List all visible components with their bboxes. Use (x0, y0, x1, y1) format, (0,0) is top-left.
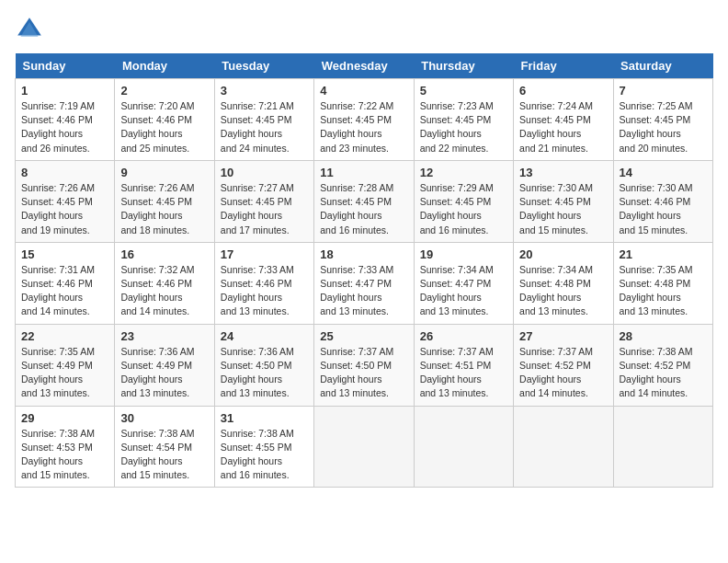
day-info: Sunrise: 7:38 AM Sunset: 4:52 PM Dayligh… (620, 345, 707, 401)
day-info: Sunrise: 7:30 AM Sunset: 4:46 PM Dayligh… (620, 181, 707, 237)
calendar-cell: 30 Sunrise: 7:38 AM Sunset: 4:54 PM Dayl… (115, 406, 214, 488)
day-number: 10 (221, 166, 308, 179)
day-info: Sunrise: 7:20 AM Sunset: 4:46 PM Dayligh… (120, 99, 208, 155)
day-number: 18 (320, 247, 407, 261)
day-number: 19 (420, 247, 507, 261)
day-number: 12 (420, 166, 507, 179)
day-info: Sunrise: 7:27 AM Sunset: 4:45 PM Dayligh… (221, 181, 308, 237)
calendar-cell (314, 406, 414, 488)
day-info: Sunrise: 7:28 AM Sunset: 4:45 PM Dayligh… (320, 181, 407, 237)
calendar-cell: 12 Sunrise: 7:29 AM Sunset: 4:45 PM Dayl… (414, 160, 513, 242)
day-number: 21 (620, 247, 707, 261)
calendar-cell: 20 Sunrise: 7:34 AM Sunset: 4:48 PM Dayl… (514, 242, 613, 324)
day-info: Sunrise: 7:22 AM Sunset: 4:45 PM Dayligh… (320, 99, 407, 155)
day-number: 22 (21, 329, 108, 343)
calendar-cell: 29 Sunrise: 7:38 AM Sunset: 4:53 PM Dayl… (16, 406, 115, 488)
calendar-table: SundayMondayTuesdayWednesdayThursdayFrid… (15, 53, 713, 488)
week-row-3: 15 Sunrise: 7:31 AM Sunset: 4:46 PM Dayl… (16, 242, 713, 324)
day-number: 11 (320, 166, 407, 179)
logo (15, 15, 48, 44)
header-thursday: Thursday (414, 53, 513, 79)
week-row-1: 1 Sunrise: 7:19 AM Sunset: 4:46 PM Dayli… (16, 79, 713, 161)
day-number: 20 (519, 247, 607, 261)
day-info: Sunrise: 7:35 AM Sunset: 4:48 PM Dayligh… (620, 263, 707, 319)
calendar-cell: 7 Sunrise: 7:25 AM Sunset: 4:45 PM Dayli… (613, 79, 712, 161)
calendar-cell (613, 406, 712, 488)
calendar-cell: 15 Sunrise: 7:31 AM Sunset: 4:46 PM Dayl… (16, 242, 115, 324)
week-row-4: 22 Sunrise: 7:35 AM Sunset: 4:49 PM Dayl… (16, 324, 713, 406)
calendar-cell: 14 Sunrise: 7:30 AM Sunset: 4:46 PM Dayl… (613, 160, 712, 242)
day-number: 9 (120, 166, 208, 179)
day-info: Sunrise: 7:33 AM Sunset: 4:46 PM Dayligh… (221, 263, 308, 319)
day-number: 3 (221, 84, 308, 98)
calendar-cell: 2 Sunrise: 7:20 AM Sunset: 4:46 PM Dayli… (115, 79, 214, 161)
calendar-cell: 19 Sunrise: 7:34 AM Sunset: 4:47 PM Dayl… (414, 242, 513, 324)
calendar-cell: 17 Sunrise: 7:33 AM Sunset: 4:46 PM Dayl… (214, 242, 313, 324)
day-number: 26 (420, 329, 507, 343)
day-number: 25 (320, 329, 407, 343)
calendar-cell: 25 Sunrise: 7:37 AM Sunset: 4:50 PM Dayl… (314, 324, 414, 406)
calendar-cell: 5 Sunrise: 7:23 AM Sunset: 4:45 PM Dayli… (414, 79, 513, 161)
day-info: Sunrise: 7:36 AM Sunset: 4:49 PM Dayligh… (120, 345, 208, 401)
calendar-cell: 22 Sunrise: 7:35 AM Sunset: 4:49 PM Dayl… (16, 324, 115, 406)
day-info: Sunrise: 7:31 AM Sunset: 4:46 PM Dayligh… (21, 263, 108, 319)
day-info: Sunrise: 7:37 AM Sunset: 4:52 PM Dayligh… (519, 345, 607, 401)
day-number: 7 (620, 84, 707, 98)
day-number: 23 (120, 329, 208, 343)
day-info: Sunrise: 7:33 AM Sunset: 4:47 PM Dayligh… (320, 263, 407, 319)
day-info: Sunrise: 7:32 AM Sunset: 4:46 PM Dayligh… (120, 263, 208, 319)
day-number: 5 (420, 84, 507, 98)
day-info: Sunrise: 7:38 AM Sunset: 4:55 PM Dayligh… (221, 427, 308, 483)
day-info: Sunrise: 7:34 AM Sunset: 4:47 PM Dayligh… (420, 263, 507, 319)
day-info: Sunrise: 7:21 AM Sunset: 4:45 PM Dayligh… (221, 99, 308, 155)
calendar-cell: 21 Sunrise: 7:35 AM Sunset: 4:48 PM Dayl… (613, 242, 712, 324)
day-number: 30 (120, 411, 208, 425)
calendar-cell: 23 Sunrise: 7:36 AM Sunset: 4:49 PM Dayl… (115, 324, 214, 406)
calendar-header-row: SundayMondayTuesdayWednesdayThursdayFrid… (16, 53, 713, 79)
week-row-2: 8 Sunrise: 7:26 AM Sunset: 4:45 PM Dayli… (16, 160, 713, 242)
day-info: Sunrise: 7:37 AM Sunset: 4:51 PM Dayligh… (420, 345, 507, 401)
day-info: Sunrise: 7:35 AM Sunset: 4:49 PM Dayligh… (21, 345, 108, 401)
day-info: Sunrise: 7:29 AM Sunset: 4:45 PM Dayligh… (420, 181, 507, 237)
day-info: Sunrise: 7:19 AM Sunset: 4:46 PM Dayligh… (21, 99, 108, 155)
header-monday: Monday (115, 53, 214, 79)
day-info: Sunrise: 7:30 AM Sunset: 4:45 PM Dayligh… (519, 181, 607, 237)
day-info: Sunrise: 7:34 AM Sunset: 4:48 PM Dayligh… (519, 263, 607, 319)
header-friday: Friday (514, 53, 613, 79)
day-number: 28 (620, 329, 707, 343)
header-wednesday: Wednesday (314, 53, 414, 79)
day-info: Sunrise: 7:26 AM Sunset: 4:45 PM Dayligh… (21, 181, 108, 237)
day-info: Sunrise: 7:25 AM Sunset: 4:45 PM Dayligh… (620, 99, 707, 155)
calendar-cell: 27 Sunrise: 7:37 AM Sunset: 4:52 PM Dayl… (514, 324, 613, 406)
day-number: 16 (120, 247, 208, 261)
calendar-cell: 18 Sunrise: 7:33 AM Sunset: 4:47 PM Dayl… (314, 242, 414, 324)
day-info: Sunrise: 7:24 AM Sunset: 4:45 PM Dayligh… (519, 99, 607, 155)
calendar-cell: 16 Sunrise: 7:32 AM Sunset: 4:46 PM Dayl… (115, 242, 214, 324)
day-info: Sunrise: 7:26 AM Sunset: 4:45 PM Dayligh… (120, 181, 208, 237)
calendar-cell: 26 Sunrise: 7:37 AM Sunset: 4:51 PM Dayl… (414, 324, 513, 406)
calendar-cell (514, 406, 613, 488)
logo-icon (15, 15, 44, 44)
calendar-cell: 28 Sunrise: 7:38 AM Sunset: 4:52 PM Dayl… (613, 324, 712, 406)
calendar-cell: 9 Sunrise: 7:26 AM Sunset: 4:45 PM Dayli… (115, 160, 214, 242)
day-number: 8 (21, 166, 108, 179)
day-number: 17 (221, 247, 308, 261)
calendar-cell: 4 Sunrise: 7:22 AM Sunset: 4:45 PM Dayli… (314, 79, 414, 161)
day-info: Sunrise: 7:38 AM Sunset: 4:54 PM Dayligh… (120, 427, 208, 483)
calendar-cell: 3 Sunrise: 7:21 AM Sunset: 4:45 PM Dayli… (214, 79, 313, 161)
day-info: Sunrise: 7:37 AM Sunset: 4:50 PM Dayligh… (320, 345, 407, 401)
calendar-cell (414, 406, 513, 488)
calendar-cell: 24 Sunrise: 7:36 AM Sunset: 4:50 PM Dayl… (214, 324, 313, 406)
header-saturday: Saturday (613, 53, 712, 79)
calendar-cell: 1 Sunrise: 7:19 AM Sunset: 4:46 PM Dayli… (16, 79, 115, 161)
day-number: 27 (519, 329, 607, 343)
calendar-cell: 11 Sunrise: 7:28 AM Sunset: 4:45 PM Dayl… (314, 160, 414, 242)
calendar-cell: 31 Sunrise: 7:38 AM Sunset: 4:55 PM Dayl… (214, 406, 313, 488)
day-number: 15 (21, 247, 108, 261)
page-header (15, 15, 713, 44)
calendar-cell: 10 Sunrise: 7:27 AM Sunset: 4:45 PM Dayl… (214, 160, 313, 242)
day-number: 4 (320, 84, 407, 98)
day-number: 14 (620, 166, 707, 179)
day-info: Sunrise: 7:23 AM Sunset: 4:45 PM Dayligh… (420, 99, 507, 155)
calendar-cell: 6 Sunrise: 7:24 AM Sunset: 4:45 PM Dayli… (514, 79, 613, 161)
